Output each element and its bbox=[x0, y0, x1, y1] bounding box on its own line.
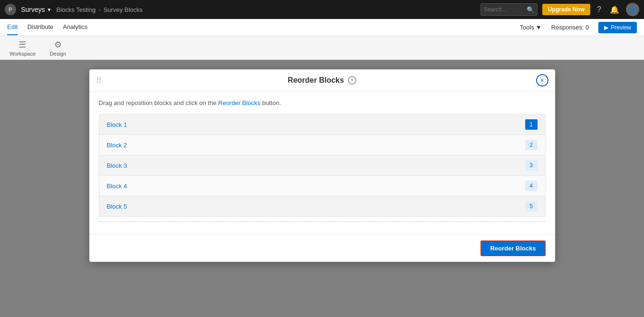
block-row[interactable]: Block 55 bbox=[99, 196, 545, 216]
block-number: 1 bbox=[525, 119, 538, 130]
block-name: Block 1 bbox=[107, 121, 127, 128]
breadcrumb: Blocks Testing › Survey Blocks bbox=[56, 6, 143, 13]
modal-header: ⠿ Reorder Blocks ? × bbox=[89, 69, 555, 92]
modal-divider bbox=[99, 221, 546, 222]
topbar: P Surveys ▼ Blocks Testing › Survey Bloc… bbox=[0, 0, 644, 19]
search-box[interactable]: 🔍 bbox=[481, 3, 538, 16]
block-name: Block 2 bbox=[107, 142, 127, 149]
avatar[interactable]: 👤 bbox=[626, 3, 639, 16]
reorder-blocks-modal: ⠿ Reorder Blocks ? × Drag and reposition… bbox=[89, 69, 555, 262]
block-number: 5 bbox=[525, 201, 538, 211]
modal-overlay: ⠿ Reorder Blocks ? × Drag and reposition… bbox=[0, 60, 644, 317]
workspacebar: ☰ Workspace ⚙ Design bbox=[0, 36, 644, 60]
block-name: Block 5 bbox=[107, 203, 127, 210]
design-icon: ⚙ bbox=[54, 39, 62, 50]
design-tab[interactable]: ⚙ Design bbox=[50, 39, 66, 57]
breadcrumb-part1[interactable]: Blocks Testing bbox=[56, 6, 96, 13]
surveys-dropdown-arrow: ▼ bbox=[47, 7, 52, 12]
main-content: Add Question Q1 How satisfied are you wi… bbox=[0, 60, 644, 317]
breadcrumb-separator: › bbox=[98, 6, 100, 13]
block-list: Block 11Block 22Block 33Block 44Block 55 bbox=[99, 114, 546, 217]
tab-analytics[interactable]: Analytics bbox=[63, 19, 87, 35]
workspace-tab[interactable]: ☰ Workspace bbox=[10, 39, 36, 57]
modal-body: Drag and reposition blocks and click on … bbox=[89, 92, 555, 234]
upgrade-button[interactable]: Upgrade Now bbox=[542, 4, 590, 15]
drag-handle-icon: ⠿ bbox=[96, 76, 102, 85]
block-name: Block 4 bbox=[107, 183, 127, 190]
modal-title: Reorder Blocks ? bbox=[288, 76, 356, 85]
subnav: Edit Distribute Analytics Tools ▼ Respon… bbox=[0, 19, 644, 36]
search-icon: 🔍 bbox=[527, 6, 534, 13]
search-input[interactable] bbox=[484, 6, 527, 13]
preview-icon: ▶ bbox=[604, 24, 608, 31]
reorder-blocks-button[interactable]: Reorder Blocks bbox=[481, 240, 545, 256]
tools-arrow-icon: ▼ bbox=[536, 24, 542, 31]
help-icon[interactable]: ? bbox=[595, 5, 603, 14]
block-row[interactable]: Block 11 bbox=[99, 115, 545, 135]
responses-count: Responses: 0 bbox=[551, 24, 589, 31]
block-number: 4 bbox=[525, 181, 538, 191]
modal-footer: Reorder Blocks bbox=[89, 234, 555, 262]
modal-help-icon[interactable]: ? bbox=[348, 76, 356, 85]
breadcrumb-part2: Survey Blocks bbox=[104, 6, 143, 13]
block-row[interactable]: Block 44 bbox=[99, 176, 545, 196]
tab-edit[interactable]: Edit bbox=[7, 19, 18, 35]
block-row[interactable]: Block 33 bbox=[99, 155, 545, 176]
modal-instruction: Drag and reposition blocks and click on … bbox=[99, 99, 546, 106]
block-number: 3 bbox=[525, 160, 538, 171]
preview-button[interactable]: ▶ Preview bbox=[598, 22, 637, 33]
block-name: Block 3 bbox=[107, 162, 127, 169]
surveys-menu[interactable]: Surveys ▼ bbox=[21, 6, 51, 13]
tab-distribute[interactable]: Distribute bbox=[27, 19, 53, 35]
block-row[interactable]: Block 22 bbox=[99, 135, 545, 155]
tools-menu[interactable]: Tools ▼ bbox=[520, 24, 542, 31]
modal-close-button[interactable]: × bbox=[536, 74, 548, 86]
app-logo: P bbox=[5, 4, 16, 15]
notifications-icon[interactable]: 🔔 bbox=[608, 5, 621, 14]
workspace-icon: ☰ bbox=[19, 39, 26, 50]
block-number: 2 bbox=[525, 140, 538, 150]
